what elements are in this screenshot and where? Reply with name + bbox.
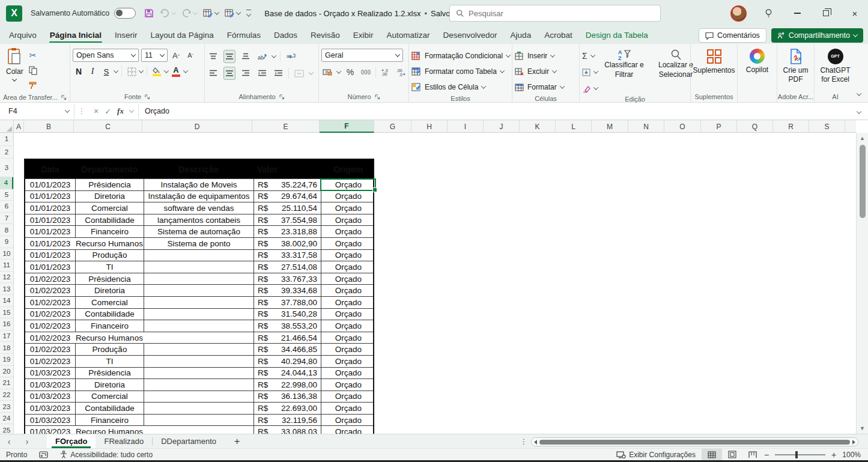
font-family-select[interactable]: Open Sans xyxy=(73,49,139,62)
cell-department[interactable]: Comercial xyxy=(75,202,144,214)
cell-date[interactable]: 01/02/2023 xyxy=(25,344,75,355)
copy-button[interactable] xyxy=(27,64,39,77)
expand-formula-bar-button[interactable] xyxy=(850,106,868,117)
cell-date[interactable]: 01/01/2023 xyxy=(25,214,75,226)
align-right-button[interactable] xyxy=(240,67,252,80)
zoom-slider-thumb[interactable] xyxy=(795,451,798,458)
row-header-8[interactable]: 8 xyxy=(0,224,13,236)
cell-description[interactable] xyxy=(144,415,253,426)
dialog-launcher-icon[interactable] xyxy=(279,94,285,100)
merge-center-button[interactable] xyxy=(293,67,305,80)
cell-description[interactable] xyxy=(144,261,253,273)
cell-value[interactable]: R$38.553,20 xyxy=(253,320,321,332)
row-header-24[interactable]: 24 xyxy=(0,413,13,425)
ribbon-tab-desenvolvedor[interactable]: Desenvolvedor xyxy=(437,26,504,44)
ribbon-tab-fórmulas[interactable]: Fórmulas xyxy=(220,26,267,44)
increase-decimal-button[interactable]: ,00.0 xyxy=(380,65,392,79)
bold-button[interactable]: N xyxy=(73,65,85,78)
cell-origin[interactable]: Orçado xyxy=(321,191,375,202)
column-header-S[interactable]: S xyxy=(809,120,845,133)
percent-style-button[interactable]: % xyxy=(344,65,356,79)
cell-description[interactable] xyxy=(144,391,253,403)
name-box[interactable]: F4 xyxy=(4,105,74,118)
fill-color-button[interactable] xyxy=(151,65,163,78)
cut-button[interactable]: ✂ xyxy=(27,49,39,62)
cell-value[interactable]: R$21.466,54 xyxy=(253,332,321,344)
ribbon-tab-exibir[interactable]: Exibir xyxy=(347,26,380,44)
cell-department[interactable]: Recurso Humanos xyxy=(75,426,144,434)
display-settings-button[interactable]: Exibir Configurações xyxy=(610,449,702,461)
column-header-I[interactable]: I xyxy=(448,120,484,133)
cell-value[interactable]: R$33.317,58 xyxy=(253,250,321,261)
cells-inserir-button[interactable]: Inserir xyxy=(515,49,554,63)
styles-estilos-de-célula-button[interactable]: Estilos de Célula xyxy=(411,80,485,94)
select-all-corner[interactable] xyxy=(0,120,14,133)
redo-button[interactable] xyxy=(181,9,197,18)
row-header-5[interactable]: 5 xyxy=(0,189,13,201)
cell-department[interactable]: Diretoria xyxy=(75,285,144,296)
cell-origin[interactable]: Orçado xyxy=(321,368,375,379)
cell-date[interactable]: 01/01/2023 xyxy=(25,179,75,190)
dialog-launcher-icon[interactable] xyxy=(145,94,150,100)
chevron-down-icon[interactable] xyxy=(129,108,134,112)
column-header-G[interactable]: G xyxy=(374,120,411,133)
chevron-down-icon[interactable] xyxy=(336,68,341,73)
scroll-down-arrow[interactable]: ▼ xyxy=(860,423,865,434)
accessibility-status[interactable]: Acessibilidade: tudo certo xyxy=(54,449,159,461)
row-header-12[interactable]: 12 xyxy=(0,272,13,284)
row-header-15[interactable]: 15 xyxy=(0,307,13,319)
chevron-down-icon[interactable] xyxy=(309,70,314,74)
formula-input[interactable] xyxy=(139,107,850,115)
cell-origin[interactable]: Orçado xyxy=(321,214,375,226)
styles-formatação-condicional-button[interactable]: Formatação Condicional xyxy=(411,49,510,63)
cell-origin[interactable]: Orçado xyxy=(321,320,375,332)
cell-description[interactable] xyxy=(144,356,253,367)
cell-origin[interactable]: Orçado xyxy=(321,226,375,237)
cell-date[interactable]: 01/01/2023 xyxy=(25,191,75,202)
cell-date[interactable]: 01/01/2023 xyxy=(25,238,75,249)
column-header-F[interactable]: F xyxy=(320,120,374,133)
cell-description[interactable]: lançamentos contabeis xyxy=(144,214,253,226)
column-header-D[interactable]: D xyxy=(142,120,252,133)
row-header-20[interactable]: 20 xyxy=(0,366,13,378)
cell-date[interactable]: 01/02/2023 xyxy=(25,356,75,367)
align-top-button[interactable] xyxy=(207,50,219,63)
row-header-6[interactable]: 6 xyxy=(0,201,13,213)
ribbon-tab-acrobat[interactable]: Acrobat xyxy=(538,26,579,44)
cell-origin[interactable]: Orçado xyxy=(321,415,375,426)
column-header-P[interactable]: P xyxy=(701,120,737,133)
decrease-font-button[interactable]: Aˇ xyxy=(184,49,196,62)
row-header-21[interactable]: 21 xyxy=(0,377,13,389)
cells-excluir-button[interactable]: Excluir xyxy=(515,64,556,79)
cell-department[interactable]: Contabilidade xyxy=(75,309,144,320)
insert-function-button[interactable]: fx xyxy=(117,106,124,116)
zoom-level[interactable]: 100% xyxy=(837,451,868,459)
tabbar-splitter[interactable]: ⋮ xyxy=(520,437,527,446)
cell-description[interactable] xyxy=(144,285,253,296)
cell-description[interactable] xyxy=(144,250,253,261)
lightbulb-button[interactable] xyxy=(755,0,782,26)
increase-font-button[interactable]: A^ xyxy=(170,49,182,62)
column-header-E[interactable]: E xyxy=(252,120,320,133)
cell-value[interactable]: R$35.224,76 xyxy=(253,179,321,190)
cell-origin[interactable]: Orçado xyxy=(321,391,375,403)
clear-button[interactable] xyxy=(582,81,598,96)
collapse-ribbon-button[interactable] xyxy=(857,88,861,99)
cell-origin[interactable]: Orçado xyxy=(321,332,375,344)
namebox-splitter[interactable]: ⋮ xyxy=(74,107,89,115)
cell-origin[interactable]: Orçado xyxy=(321,344,375,355)
table-style-quick-button[interactable] xyxy=(203,8,219,18)
cell-origin[interactable]: Orçado xyxy=(321,273,375,285)
ribbon-tab-inserir[interactable]: Inserir xyxy=(108,26,144,44)
addins-button[interactable]: Suplementos xyxy=(689,46,738,78)
cell-department[interactable]: TI xyxy=(75,356,144,367)
row-header-22[interactable]: 22 xyxy=(0,389,13,401)
cell-department[interactable]: Contabilidade xyxy=(75,403,144,414)
cell-value[interactable]: R$25.110,54 xyxy=(253,202,321,214)
align-center-button[interactable] xyxy=(223,67,235,80)
cell-department[interactable]: TI xyxy=(75,261,144,273)
horizontal-scroll-thumb[interactable] xyxy=(539,440,850,445)
column-header-M[interactable]: M xyxy=(592,120,628,133)
dialog-launcher-icon[interactable] xyxy=(61,95,67,100)
autosave-toggle[interactable] xyxy=(114,8,136,19)
